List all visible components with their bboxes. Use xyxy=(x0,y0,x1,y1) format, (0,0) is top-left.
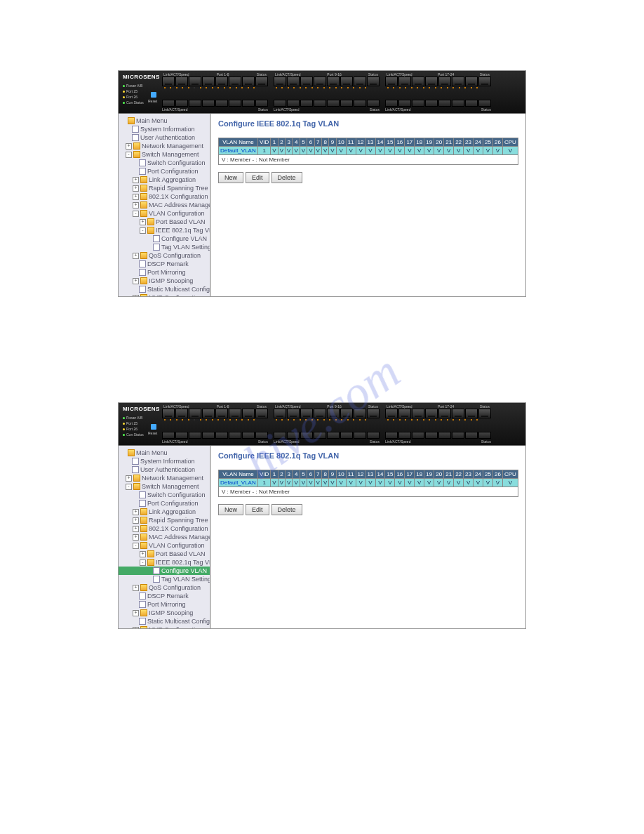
table-row[interactable]: Default_VLAN 1 VVVVVVVVVVVVVVVVVVVVVVVVV… xyxy=(219,147,518,155)
expand-icon[interactable]: + xyxy=(133,253,139,259)
tree-tag-vlan[interactable]: Tag VLAN Settings xyxy=(119,243,210,251)
tree-8021x[interactable]: +802.1X Configuration xyxy=(119,524,210,533)
tree-switch-mgmt[interactable]: -Switch Management xyxy=(119,150,210,159)
delete-button[interactable]: Delete xyxy=(271,504,302,515)
tree-switch-cfg[interactable]: Switch Configuration xyxy=(119,159,210,167)
expand-icon[interactable]: + xyxy=(133,194,139,200)
tree-link-agg[interactable]: +Link Aggregation xyxy=(119,176,210,184)
tree-mirror[interactable]: Port Mirroring xyxy=(119,268,210,277)
tree-qos[interactable]: +QoS Configuration xyxy=(119,251,210,260)
page-icon xyxy=(139,260,146,267)
tree-mac[interactable]: +MAC Address Managemen xyxy=(119,201,210,209)
table-header-row: VLAN Name VID 12345678910111213141516171… xyxy=(219,138,518,147)
folder-icon xyxy=(140,294,147,296)
tree-igmp[interactable]: +IGMP Snooping xyxy=(119,609,210,617)
reset-label: Reset xyxy=(148,99,157,103)
collapse-icon[interactable]: - xyxy=(140,227,146,234)
edit-button[interactable]: Edit xyxy=(246,504,269,515)
page-icon xyxy=(153,235,160,242)
table-legend: V : Member - : Not Member xyxy=(218,487,518,497)
tree-port-cfg[interactable]: Port Configuration xyxy=(119,167,210,176)
vlan-table: VLAN NameVID 123456789101112131415161718… xyxy=(218,470,518,487)
nav-tree[interactable]: Main Menu System Information User Authen… xyxy=(119,114,211,296)
vid-cell: 1 xyxy=(257,147,270,155)
tree-user-auth[interactable]: User Authentication xyxy=(119,465,210,474)
screenshot-panel-2: MICROSENS Power A/B Port 25 Port 26 Con … xyxy=(118,402,526,629)
folder-icon xyxy=(147,227,154,234)
col-vlan-name: VLAN Name xyxy=(219,138,258,147)
tree-rstp[interactable]: +Rapid Spanning Tree xyxy=(119,516,210,524)
port-group-17-24: Link/ACT/SpeedPort 17-24Status xyxy=(385,72,491,88)
tree-port-cfg[interactable]: Port Configuration xyxy=(119,499,210,508)
main-content: Configure IEEE 802.1q Tag VLAN VLAN Name… xyxy=(211,446,525,628)
tree-system-info[interactable]: System Information xyxy=(119,125,210,133)
tree-system-info[interactable]: System Information xyxy=(119,457,210,465)
vlan-name-cell[interactable]: Default_VLAN xyxy=(219,147,258,155)
delete-button[interactable]: Delete xyxy=(271,172,302,183)
tree-dscp[interactable]: DSCP Remark xyxy=(119,260,210,268)
folder-icon xyxy=(140,277,147,284)
tree-main-menu[interactable]: Main Menu xyxy=(119,117,210,125)
expand-icon[interactable]: + xyxy=(126,143,132,150)
tree-ieee-vlan[interactable]: -IEEE 802.1q Tag VLAN xyxy=(119,558,210,567)
con-led xyxy=(123,102,125,104)
tree-configure-vlan[interactable]: Configure VLAN xyxy=(119,234,210,243)
folder-icon xyxy=(128,117,135,124)
tree-rstp[interactable]: +Rapid Spanning Tree xyxy=(119,184,210,192)
edit-button[interactable]: Edit xyxy=(246,172,269,183)
brand-logo: MICROSENS xyxy=(123,406,160,412)
status-leds: Power A/B Port 25 Port 26 Con Status xyxy=(123,84,144,105)
tree-tag-vlan[interactable]: Tag VLAN Settings xyxy=(119,575,210,583)
tree-mirror[interactable]: Port Mirroring xyxy=(119,600,210,609)
tree-dscp[interactable]: DSCP Remark xyxy=(119,592,210,600)
tree-mac[interactable]: +MAC Address Managemen xyxy=(119,533,210,541)
tree-port-vlan[interactable]: +Port Based VLAN xyxy=(119,550,210,558)
tree-vlan-cfg[interactable]: -VLAN Configuration xyxy=(119,541,210,550)
expand-icon[interactable]: + xyxy=(140,219,146,225)
collapse-icon[interactable]: - xyxy=(126,152,132,158)
port-group-9-16: Link/ACT/SpeedPort 9-16Status xyxy=(274,72,380,88)
vlan-table: VLAN Name VID 12345678910111213141516171… xyxy=(218,138,518,155)
brand-logo: MICROSENS xyxy=(123,74,160,80)
tree-network-mgmt[interactable]: +Network Management xyxy=(119,474,210,482)
expand-icon[interactable]: + xyxy=(133,177,139,183)
expand-icon[interactable]: + xyxy=(133,202,139,208)
reset-button-graphic xyxy=(151,424,156,430)
tree-network-mgmt[interactable]: +Network Management xyxy=(119,142,210,150)
page-title: Configure IEEE 802.1q Tag VLAN xyxy=(218,119,518,128)
page-title: Configure IEEE 802.1q Tag VLAN xyxy=(218,451,518,460)
switch-hardware-image: MICROSENS Power A/B Port 25 Port 26 Con … xyxy=(119,403,525,446)
tree-mvr[interactable]: +MVR Configuration xyxy=(119,293,210,296)
tree-user-auth[interactable]: User Authentication xyxy=(119,133,210,142)
expand-icon[interactable]: + xyxy=(133,278,139,284)
tree-link-agg[interactable]: +Link Aggregation xyxy=(119,508,210,516)
folder-icon xyxy=(133,151,140,158)
new-button[interactable]: New xyxy=(218,172,243,183)
collapse-icon[interactable]: - xyxy=(133,211,139,217)
tree-vlan-cfg[interactable]: -VLAN Configuration xyxy=(119,209,210,218)
port25-led xyxy=(123,91,125,93)
tree-configure-vlan[interactable]: Configure VLAN xyxy=(119,567,210,575)
port26-led xyxy=(123,96,125,98)
tree-static-multicast[interactable]: Static Multicast Configuratio xyxy=(119,285,210,293)
tree-mvr[interactable]: +MVR Configuration xyxy=(119,626,210,628)
tree-main-menu[interactable]: Main Menu xyxy=(119,449,210,457)
tree-static-multicast[interactable]: Static Multicast Configuratio xyxy=(119,617,210,626)
tree-ieee-vlan[interactable]: -IEEE 802.1q Tag VLAN xyxy=(119,226,210,234)
table-row[interactable]: Default_VLAN1 VVVVVVVVVVVVVVVVVVVVVVVVVV… xyxy=(219,479,518,487)
nav-tree[interactable]: Main Menu System Information User Authen… xyxy=(119,446,211,628)
tree-switch-cfg[interactable]: Switch Configuration xyxy=(119,491,210,499)
page-icon xyxy=(139,159,146,166)
tree-igmp[interactable]: +IGMP Snooping xyxy=(119,277,210,285)
folder-icon xyxy=(140,185,147,192)
expand-icon[interactable]: + xyxy=(133,295,139,297)
tree-switch-mgmt[interactable]: -Switch Management xyxy=(119,482,210,491)
tree-qos[interactable]: +QoS Configuration xyxy=(119,583,210,592)
tree-8021x[interactable]: +802.1X Configuration xyxy=(119,192,210,201)
expand-icon[interactable]: + xyxy=(133,185,139,192)
main-content: Configure IEEE 802.1q Tag VLAN VLAN Name… xyxy=(211,114,525,296)
tree-port-vlan[interactable]: +Port Based VLAN xyxy=(119,218,210,226)
folder-icon xyxy=(140,201,147,208)
page-icon xyxy=(139,168,146,175)
new-button[interactable]: New xyxy=(218,504,243,515)
